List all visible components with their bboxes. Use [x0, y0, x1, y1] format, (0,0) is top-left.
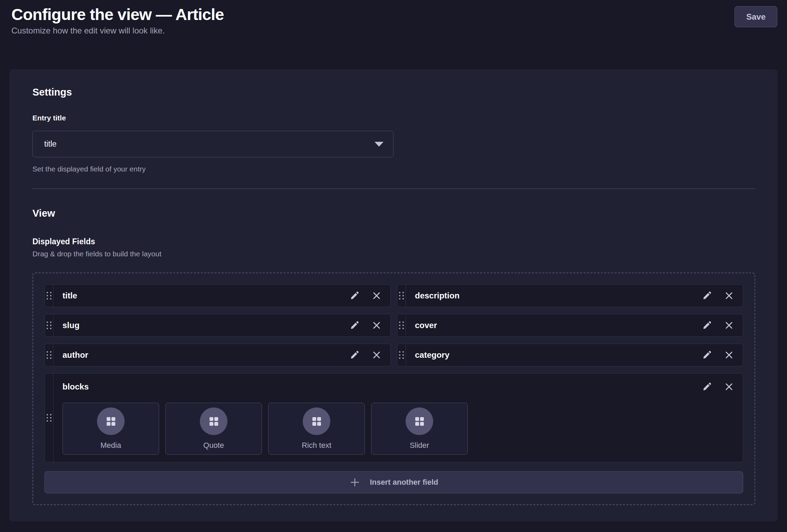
- component-tile-label: Media: [100, 441, 121, 450]
- component-tile-label: Slider: [410, 441, 429, 450]
- pencil-icon[interactable]: [700, 380, 714, 394]
- field-name: author: [62, 350, 348, 360]
- view-heading: View: [32, 208, 755, 219]
- chevron-down-icon: [375, 142, 383, 147]
- drag-handle-icon[interactable]: [397, 314, 406, 336]
- insert-another-field-button[interactable]: Insert another field: [45, 471, 743, 493]
- component-tiles: Media Quote Rich text: [62, 403, 743, 455]
- pencil-icon[interactable]: [700, 289, 714, 303]
- component-tile-slider[interactable]: Slider: [371, 403, 468, 455]
- drag-handle-icon[interactable]: [397, 344, 406, 366]
- pencil-icon[interactable]: [348, 348, 361, 362]
- close-icon[interactable]: [722, 380, 736, 394]
- field-name: category: [415, 350, 700, 360]
- close-icon[interactable]: [722, 318, 736, 332]
- page-title: Configure the view — Article: [11, 3, 777, 25]
- pencil-icon[interactable]: [700, 348, 714, 362]
- field-card-description: description: [397, 284, 743, 307]
- grid-icon: [406, 407, 433, 435]
- entry-title-hint: Set the displayed field of your entry: [32, 165, 755, 173]
- close-icon[interactable]: [722, 289, 736, 303]
- entry-title-select[interactable]: title: [32, 131, 394, 157]
- field-name: description: [415, 291, 700, 301]
- field-name: cover: [415, 321, 700, 330]
- fields-dropzone: title description: [32, 273, 755, 505]
- close-icon[interactable]: [722, 348, 736, 362]
- entry-title-label: Entry title: [32, 114, 755, 122]
- field-name: blocks: [62, 382, 89, 392]
- displayed-fields-hint: Drag & drop the fields to build the layo…: [32, 250, 755, 258]
- fields-grid: title description: [45, 284, 743, 462]
- close-icon[interactable]: [370, 289, 383, 303]
- grid-icon: [303, 407, 330, 435]
- field-card-category: category: [397, 344, 743, 366]
- field-card-author: author: [45, 344, 391, 366]
- page-subtitle: Customize how the edit view will look li…: [11, 26, 777, 36]
- save-button[interactable]: Save: [735, 6, 777, 27]
- field-card-cover: cover: [397, 314, 743, 337]
- field-card-blocks: blocks: [45, 373, 743, 462]
- drag-handle-icon[interactable]: [397, 285, 406, 307]
- drag-handle-icon[interactable]: [45, 314, 54, 336]
- pencil-icon[interactable]: [348, 289, 361, 303]
- component-tile-label: Quote: [203, 441, 224, 450]
- drag-handle-icon[interactable]: [45, 285, 54, 307]
- settings-heading: Settings: [32, 87, 755, 98]
- field-name: title: [62, 291, 348, 301]
- component-tile-rich-text[interactable]: Rich text: [268, 403, 365, 455]
- component-tile-quote[interactable]: Quote: [165, 403, 262, 455]
- field-name: slug: [62, 321, 348, 330]
- drag-handle-icon[interactable]: [45, 374, 54, 462]
- insert-another-field-label: Insert another field: [370, 478, 438, 487]
- close-icon[interactable]: [370, 348, 383, 362]
- config-panel: Settings Entry title title Set the displ…: [9, 69, 778, 521]
- plus-icon: [349, 477, 360, 488]
- page-header: Configure the view — Article Customize h…: [0, 0, 787, 36]
- grid-icon: [97, 407, 125, 435]
- section-divider: [32, 188, 755, 189]
- component-tile-label: Rich text: [302, 441, 331, 450]
- drag-handle-icon[interactable]: [45, 344, 54, 366]
- pencil-icon[interactable]: [348, 318, 361, 332]
- component-tile-media[interactable]: Media: [62, 403, 159, 455]
- displayed-fields-label: Displayed Fields: [32, 237, 755, 246]
- pencil-icon[interactable]: [700, 318, 714, 332]
- field-card-slug: slug: [45, 314, 391, 337]
- grid-icon: [200, 407, 227, 435]
- entry-title-select-value: title: [44, 139, 57, 149]
- field-card-title: title: [45, 284, 391, 307]
- close-icon[interactable]: [370, 318, 383, 332]
